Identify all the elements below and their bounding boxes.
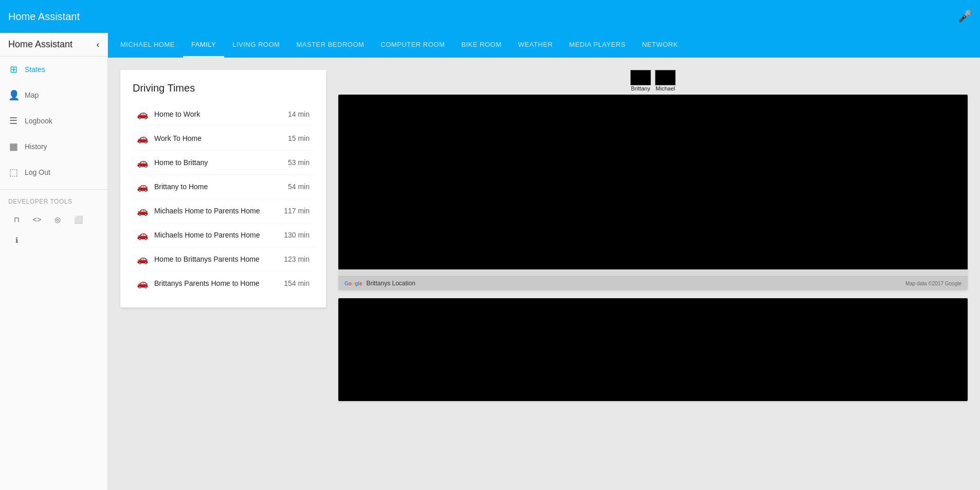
tab-living-room[interactable]: LIVING ROOM xyxy=(224,33,288,58)
car-icon-2: 🚗 xyxy=(137,157,148,168)
brittany-label: Brittany xyxy=(631,85,650,92)
sidebar-item-history[interactable]: ▦ History xyxy=(0,134,107,159)
sidebar-collapse-icon[interactable]: ‹ xyxy=(97,40,99,49)
states-icon: ⊞ xyxy=(8,64,19,75)
main-layout: Home Assistant ‹ ⊞ States 👤 Map ☰ Logboo… xyxy=(0,33,980,490)
car-icon-7: 🚗 xyxy=(137,278,148,289)
tab-network[interactable]: NETWORK xyxy=(634,33,686,58)
logout-icon: ⬚ xyxy=(8,167,19,178)
brittanys-location-label: Brittanys Location xyxy=(366,280,415,287)
car-icon-6: 🚗 xyxy=(137,253,148,265)
driving-label-7: Brittanys Parents Home to Home xyxy=(154,279,278,287)
car-icon-0: 🚗 xyxy=(137,108,148,120)
michael-marker-box xyxy=(655,70,676,85)
sidebar-logbook-label: Logbook xyxy=(25,117,52,125)
driving-time-4: 117 min xyxy=(284,207,310,215)
sidebar-item-map[interactable]: 👤 Map xyxy=(0,82,107,108)
app-title: Home Assistant xyxy=(8,11,958,23)
driving-row: 🚗 Home to Brittanys Parents Home 123 min xyxy=(133,247,314,271)
dev-tools-label: Developer Tools xyxy=(0,194,107,207)
map-data-label: Map data ©2017 Google xyxy=(905,281,961,286)
sidebar-logout-label: Log Out xyxy=(25,168,50,176)
sidebar: Home Assistant ‹ ⊞ States 👤 Map ☰ Logboo… xyxy=(0,33,108,490)
michael-label: Michael xyxy=(656,85,675,92)
nav-tabs: MICHAEL HOME FAMILY LIVING ROOM MASTER B… xyxy=(108,33,980,58)
top-bar: Home Assistant 🎤 xyxy=(0,0,980,33)
dev-tool-file[interactable]: ⬜ xyxy=(70,211,86,228)
mic-icon[interactable]: 🎤 xyxy=(958,10,972,23)
tab-media-players[interactable]: MEDIA PLAYERS xyxy=(561,33,634,58)
driving-times-card: Driving Times 🚗 Home to Work 14 min 🚗 Wo… xyxy=(120,70,326,307)
tab-computer-room[interactable]: COMPUTER ROOM xyxy=(372,33,453,58)
brittany-marker-box xyxy=(630,70,651,85)
driving-row: 🚗 Work To Home 15 min xyxy=(133,126,314,151)
driving-row: 🚗 Home to Work 14 min xyxy=(133,102,314,126)
dev-tool-info[interactable]: ℹ xyxy=(8,232,25,248)
car-icon-1: 🚗 xyxy=(137,133,148,144)
history-icon: ▦ xyxy=(8,141,19,152)
driving-time-5: 130 min xyxy=(284,231,310,239)
driving-time-3: 54 min xyxy=(288,183,310,191)
car-icon-3: 🚗 xyxy=(137,181,148,192)
driving-times-title: Driving Times xyxy=(133,82,314,94)
driving-row: 🚗 Brittanys Parents Home to Home 154 min xyxy=(133,271,314,295)
driving-time-1: 15 min xyxy=(288,134,310,142)
car-icon-5: 🚗 xyxy=(137,229,148,241)
driving-label-1: Work To Home xyxy=(154,134,282,142)
map-location-bar: Google Brittanys Location Map data ©2017… xyxy=(338,276,968,290)
page-content: Driving Times 🚗 Home to Work 14 min 🚗 Wo… xyxy=(108,58,980,490)
driving-time-7: 154 min xyxy=(284,279,310,287)
driving-row: 🚗 Home to Brittany 53 min xyxy=(133,151,314,175)
map-panel-top: Google Brittanys Location Map data ©2017… xyxy=(338,95,968,290)
driving-row: 🚗 Brittany to Home 54 min xyxy=(133,175,314,199)
tab-family[interactable]: FAMILY xyxy=(183,33,224,58)
sidebar-history-label: History xyxy=(25,142,47,151)
dev-tool-code[interactable]: <> xyxy=(29,211,45,228)
right-column: Brittany Michael xyxy=(338,70,968,478)
map-panel-bottom xyxy=(338,298,968,401)
brittany-marker: Brittany xyxy=(630,70,651,92)
tab-master-bedroom[interactable]: MASTER BEDROOM xyxy=(288,33,372,58)
google-logo: Google xyxy=(344,281,362,286)
driving-row: 🚗 Michaels Home to Parents Home 130 min xyxy=(133,223,314,247)
michael-marker: Michael xyxy=(655,70,676,92)
driving-label-0: Home to Work xyxy=(154,110,282,118)
tab-michael-home[interactable]: MICHAEL HOME xyxy=(112,33,183,58)
driving-time-2: 53 min xyxy=(288,158,310,167)
driving-label-3: Brittany to Home xyxy=(154,183,282,191)
driving-row: 🚗 Michaels Home to Parents Home 117 min xyxy=(133,199,314,223)
driving-label-6: Home to Brittanys Parents Home xyxy=(154,255,278,263)
sidebar-item-logbook[interactable]: ☰ Logbook xyxy=(0,108,107,134)
car-icon-4: 🚗 xyxy=(137,205,148,216)
logbook-icon: ☰ xyxy=(8,115,19,126)
sidebar-header[interactable]: Home Assistant ‹ xyxy=(0,33,107,57)
tab-weather[interactable]: WEATHER xyxy=(510,33,561,58)
content-area: MICHAEL HOME FAMILY LIVING ROOM MASTER B… xyxy=(108,33,980,490)
sidebar-item-logout[interactable]: ⬚ Log Out xyxy=(0,159,107,185)
map-icon: 👤 xyxy=(8,89,19,101)
sidebar-title: Home Assistant xyxy=(8,39,97,50)
driving-label-5: Michaels Home to Parents Home xyxy=(154,231,278,239)
sidebar-map-label: Map xyxy=(25,91,39,99)
tab-bike-room[interactable]: BIKE ROOM xyxy=(453,33,510,58)
sidebar-item-states[interactable]: ⊞ States xyxy=(0,57,107,82)
driving-label-4: Michaels Home to Parents Home xyxy=(154,207,278,215)
driving-label-2: Home to Brittany xyxy=(154,158,282,167)
user-markers: Brittany Michael xyxy=(338,70,968,92)
sidebar-states-label: States xyxy=(25,65,45,74)
driving-time-6: 123 min xyxy=(284,255,310,263)
dev-tool-remote[interactable]: ⊓ xyxy=(8,211,25,228)
dev-tools-row: ⊓ <> ◎ ⬜ ℹ xyxy=(0,207,107,252)
left-column: Driving Times 🚗 Home to Work 14 min 🚗 Wo… xyxy=(120,70,326,478)
dev-tool-wifi[interactable]: ◎ xyxy=(49,211,66,228)
driving-time-0: 14 min xyxy=(288,110,310,118)
